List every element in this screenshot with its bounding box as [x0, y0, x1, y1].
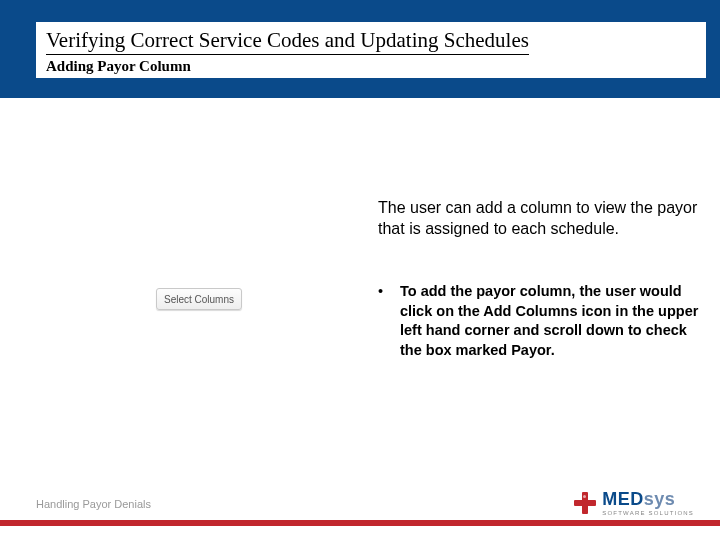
logo-cross-icon — [574, 492, 596, 514]
bullet-text: To add the payor column, the user would … — [400, 282, 702, 360]
footer-logo: MEDsys SOFTWARE SOLUTIONS — [574, 490, 694, 516]
body-intro: The user can add a column to view the pa… — [378, 198, 698, 240]
footer-text: Handling Payor Denials — [36, 498, 151, 510]
header-accent-bar — [24, 0, 34, 98]
select-columns-label: Select Columns — [164, 294, 234, 305]
select-columns-button[interactable]: Select Columns — [156, 288, 242, 310]
title-box: Verifying Correct Service Codes and Upda… — [36, 22, 706, 78]
logo-word-a: MED — [602, 489, 644, 509]
bullet-icon: • — [378, 282, 400, 360]
slide-title: Verifying Correct Service Codes and Upda… — [46, 28, 529, 55]
footer-accent-bar — [0, 520, 720, 526]
slide: Verifying Correct Service Codes and Upda… — [0, 0, 720, 540]
logo-tagline: SOFTWARE SOLUTIONS — [602, 510, 694, 516]
logo-wordmark: MEDsys — [602, 490, 694, 508]
slide-subtitle: Adding Payor Column — [46, 58, 696, 75]
list-item: • To add the payor column, the user woul… — [378, 282, 702, 360]
logo-text: MEDsys SOFTWARE SOLUTIONS — [602, 490, 694, 516]
logo-word-b: sys — [644, 489, 676, 509]
bullet-list: • To add the payor column, the user woul… — [378, 282, 702, 360]
